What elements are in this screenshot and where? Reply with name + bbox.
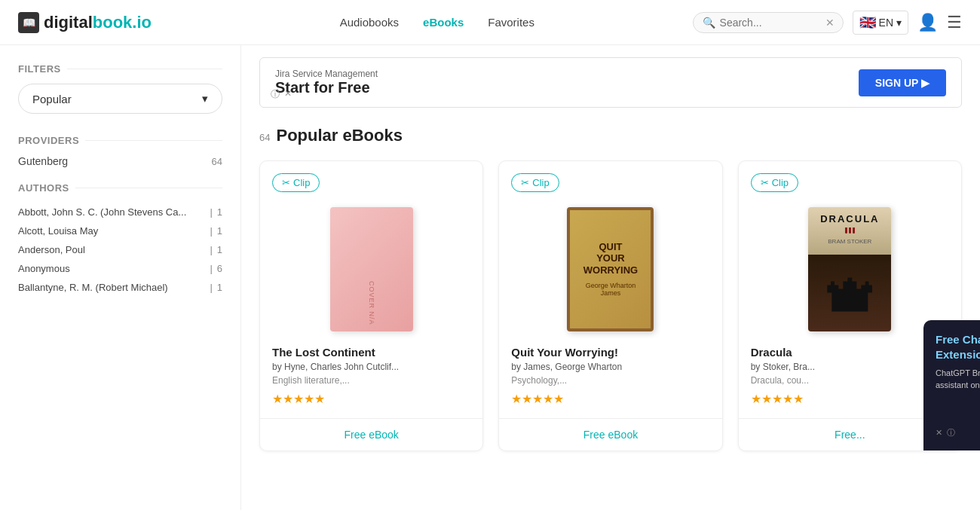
list-item[interactable]: Anderson, Poul | 1 (18, 240, 222, 259)
author-count: | (210, 225, 212, 237)
nav-ebooks[interactable]: eBooks (423, 16, 464, 29)
author-name: Anonymous (18, 263, 205, 274)
dracula-title-text: DRACULA (813, 213, 887, 224)
search-input[interactable] (720, 17, 825, 29)
provider-count: 64 (212, 156, 222, 167)
cover-text: COVER N/A (368, 281, 375, 325)
star-rating: ★★★★★ (511, 392, 709, 406)
clip-icon: ✂ (282, 177, 290, 188)
language-label: EN (879, 17, 893, 29)
author-count: | (210, 244, 212, 255)
author-name: Abbott, John S. C. (John Stevens Ca... (18, 206, 205, 218)
author-count: | (210, 282, 212, 293)
book-author: by Stoker, Bra... (751, 362, 949, 372)
author-count: | (210, 263, 212, 274)
user-icon[interactable]: 👤 (917, 13, 938, 32)
list-item[interactable]: Ballantyne, R. M. (Robert Michael) | 1 (18, 278, 222, 297)
dracula-drops (813, 228, 887, 234)
logo-text-io: .io (132, 13, 152, 32)
author-count: | (210, 206, 212, 218)
free-ebook-label: Free eBook (344, 429, 398, 441)
chatgpt-popup-title: Free ChatGPT Browser Extension (936, 332, 980, 362)
banner-service-label: Jira Service Management (275, 69, 378, 79)
logo-text-digital: digital (44, 13, 93, 32)
list-item[interactable]: Abbott, John S. C. (John Stevens Ca... |… (18, 203, 222, 221)
book-card[interactable]: ✂ Clip COVER N/A The Lost Continent by H… (259, 160, 483, 451)
providers-label: Providers (18, 135, 222, 146)
star-rating: ★★★★★ (272, 392, 470, 406)
book-title: Dracula (751, 346, 949, 359)
clip-button[interactable]: ✂ Clip (272, 173, 320, 192)
book-genre: Psychology,... (511, 375, 709, 386)
clip-button[interactable]: ✂ Clip (751, 173, 798, 192)
book-cover-area: DRACULA BRAM STOKER (751, 201, 949, 337)
book-genre: English literature,... (272, 375, 470, 386)
castle-silhouette (827, 274, 872, 312)
author-count-val: 6 (217, 263, 222, 274)
filters-label: Filters (18, 63, 222, 75)
filter-selected-value: Popular (32, 93, 72, 105)
section-count: 64 (259, 132, 270, 143)
author-count-val: 1 (217, 225, 222, 237)
chatgpt-popup-info-icon[interactable]: ⓘ (947, 427, 955, 438)
book-cover-quit: QUITYOURWORRYING George Wharton James (567, 207, 654, 331)
header-right: 🔍 ✕ 🇬🇧 EN ▾ 👤 ☰ (693, 11, 962, 35)
author-name: Anderson, Poul (18, 244, 205, 255)
clip-icon: ✂ (521, 177, 529, 188)
chatgpt-popup-description: ChatGPT Browser Plugin as your AI assist… (936, 368, 980, 391)
book-author: by James, George Wharton (511, 362, 709, 372)
site-logo[interactable]: 📖 digitalbook.io (18, 12, 152, 33)
book-card[interactable]: ✂ Clip QUITYOURWORRYING George Wharton J… (498, 160, 722, 451)
author-count-val: 1 (217, 244, 222, 255)
banner-close-icon[interactable]: ✕ (284, 88, 292, 101)
dracula-scene (808, 255, 891, 331)
chevron-down-icon: ▾ (896, 17, 902, 29)
provider-row: Gutenberg 64 (18, 155, 222, 167)
book-cover-dracula: DRACULA BRAM STOKER (808, 207, 891, 331)
author-list: Abbott, John S. C. (John Stevens Ca... |… (18, 203, 222, 297)
list-item[interactable]: Anonymous | 6 (18, 259, 222, 278)
author-count-val: 1 (217, 282, 222, 293)
book-genre: Dracula, cou... (751, 375, 949, 386)
main-layout: Filters Popular ▾ Providers Gutenberg 64… (0, 45, 980, 510)
provider-name: Gutenberg (18, 155, 68, 167)
hamburger-menu-icon[interactable]: ☰ (947, 13, 962, 32)
free-ebook-label: Free... (835, 429, 865, 441)
search-clear-icon[interactable]: ✕ (825, 17, 835, 29)
advertisement-banner: Jira Service Management Start for Free ⓘ… (259, 57, 962, 108)
authors-label: Authors (18, 182, 222, 194)
site-header: 📖 digitalbook.io Audiobooks eBooks Favor… (0, 0, 980, 45)
star-rating: ★★★★★ (751, 392, 949, 406)
chatgpt-popup: Free ChatGPT Browser Extension ChatGPT B… (923, 320, 980, 450)
dracula-cover-top: DRACULA BRAM STOKER (808, 207, 891, 255)
chevron-down-icon: ▾ (202, 92, 208, 105)
section-title: Popular eBooks (276, 126, 402, 145)
book-cover-pink: COVER N/A (330, 207, 413, 331)
quit-cover-title: QUITYOURWORRYING (583, 241, 638, 276)
chatgpt-popup-close-icon[interactable]: ✕ (936, 428, 942, 438)
search-icon: 🔍 (703, 17, 715, 29)
nav-favorites[interactable]: Favorites (488, 16, 534, 29)
section-header: 64 Popular eBooks (259, 126, 962, 145)
book-card-inner: ✂ Clip COVER N/A The Lost Continent by H… (260, 161, 482, 418)
clip-button[interactable]: ✂ Clip (511, 173, 559, 192)
book-card[interactable]: ✂ Clip DRACULA BRAM STOKER (738, 160, 962, 451)
book-card-footer: Free eBook (260, 418, 482, 450)
free-ebook-label: Free eBook (583, 429, 638, 441)
book-author: by Hyne, Charles John Cutclif... (272, 362, 470, 372)
clip-icon: ✂ (761, 177, 769, 188)
flag-icon: 🇬🇧 (859, 14, 876, 31)
language-selector[interactable]: 🇬🇧 EN ▾ (853, 11, 908, 35)
book-title: Quit Your Worrying! (511, 346, 709, 359)
list-item[interactable]: Alcott, Louisa May | 1 (18, 221, 222, 240)
author-name: Ballantyne, R. M. (Robert Michael) (18, 282, 205, 293)
banner-signup-button[interactable]: SIGN UP ▶ (859, 69, 946, 96)
author-count-val: 1 (217, 206, 222, 218)
search-box[interactable]: 🔍 ✕ (693, 12, 844, 33)
dracula-author-text: BRAM STOKER (813, 238, 887, 245)
book-title: The Lost Continent (272, 346, 470, 359)
nav-audiobooks[interactable]: Audiobooks (340, 16, 399, 29)
book-card-inner: ✂ Clip QUITYOURWORRYING George Wharton J… (499, 161, 721, 418)
filter-dropdown[interactable]: Popular ▾ (18, 84, 222, 114)
banner-info-icon[interactable]: ⓘ (271, 88, 280, 101)
